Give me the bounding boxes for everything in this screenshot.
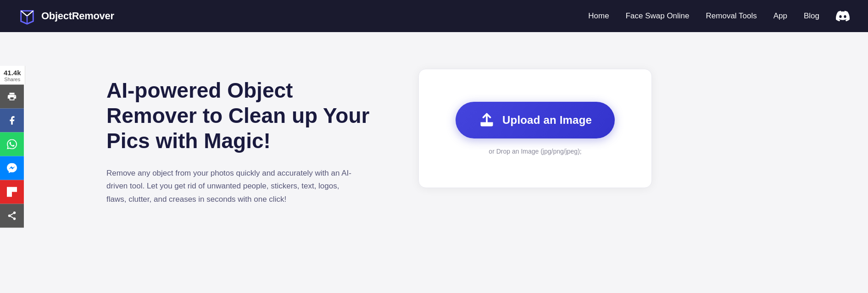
flipboard-icon [7,187,17,197]
drop-label: or Drop an Image (jpg/png/jpeg); [489,148,581,155]
svg-point-4 [8,214,11,217]
nav-removal-tools[interactable]: Removal Tools [706,11,757,21]
whatsapp-share-button[interactable] [0,132,24,156]
svg-line-7 [11,213,13,215]
discord-icon[interactable] [836,9,850,23]
main-content: AI-powered Object Remover to Clean up Yo… [24,32,868,243]
svg-rect-9 [481,124,492,126]
whatsapp-icon [7,139,17,149]
upload-card: Upload an Image or Drop an Image (jpg/pn… [418,69,652,188]
site-header: ObjectRemover Home Face Swap Online Remo… [0,0,868,32]
shares-label: 41.4k Shares [0,66,25,84]
nav-blog[interactable]: Blog [804,11,819,21]
logo-icon [18,7,36,25]
logo-text: ObjectRemover [41,10,114,22]
facebook-share-button[interactable] [0,108,24,132]
share-icon [7,210,17,221]
nav-home[interactable]: Home [588,11,609,21]
main-nav: Home Face Swap Online Removal Tools App … [588,9,850,23]
svg-rect-2 [7,187,12,192]
generic-share-button[interactable] [0,204,24,227]
main-heading: AI-powered Object Remover to Clean up Yo… [106,78,382,154]
facebook-icon [7,115,17,125]
svg-point-5 [13,217,16,220]
shares-count: 41.4k [4,68,21,76]
content-left: AI-powered Object Remover to Clean up Yo… [106,69,382,206]
flipboard-share-button[interactable] [0,180,24,204]
nav-app[interactable]: App [773,11,787,21]
print-share-button[interactable] [0,84,24,108]
messenger-share-button[interactable] [0,156,24,180]
upload-button[interactable]: Upload an Image [456,102,615,138]
svg-point-3 [13,211,16,214]
print-icon [7,91,17,101]
social-sidebar: 41.4k Shares [0,66,25,227]
messenger-icon [7,163,17,173]
nav-face-swap[interactable]: Face Swap Online [626,11,690,21]
main-description: Remove any object from your photos quick… [106,167,354,207]
upload-button-label: Upload an Image [502,114,592,127]
svg-line-6 [11,216,13,218]
shares-text: Shares [4,76,21,82]
upload-icon [479,112,495,128]
logo-area[interactable]: ObjectRemover [18,7,114,25]
